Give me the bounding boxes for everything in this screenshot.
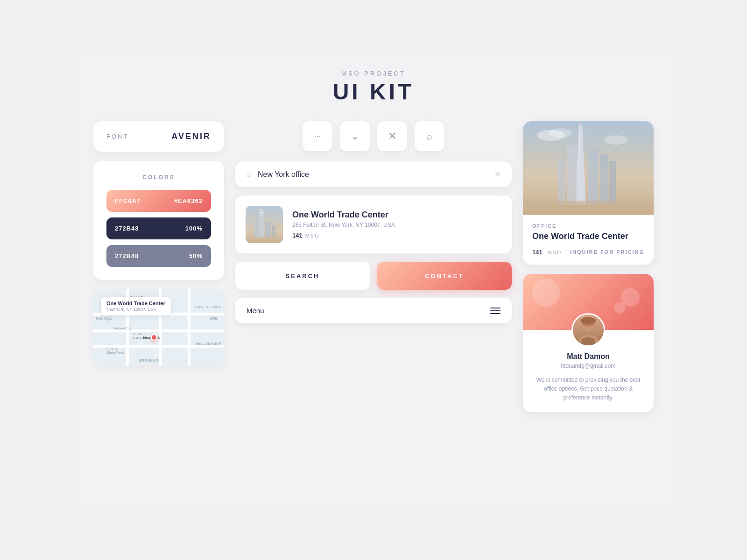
svg-rect-4: [254, 220, 259, 237]
svg-rect-23: [588, 149, 599, 205]
chevron-down-icon: ⌄: [351, 130, 359, 142]
right-column: OFFICE One World Trade Center 141 MSO IN…: [523, 121, 654, 412]
swatch-mid-left: 272B48: [115, 252, 139, 259]
font-card-value: AVENIR: [171, 132, 211, 141]
search-bar-icon: ⌕: [247, 170, 251, 179]
svg-rect-19: [580, 121, 581, 124]
office-card: OFFICE One World Trade Center 141 MSO IN…: [523, 121, 654, 265]
dots-icon: ···: [314, 132, 321, 141]
svg-point-16: [605, 135, 628, 145]
search-button[interactable]: ⌕: [415, 121, 444, 151]
color-swatch-dark: 272B48 100%: [106, 217, 211, 239]
swatch-dark-left: 272B48: [115, 225, 139, 232]
profile-email: htquandg@gmail.com: [532, 363, 644, 369]
svg-rect-11: [261, 215, 262, 217]
svg-rect-26: [609, 161, 616, 205]
office-card-image: [523, 121, 654, 215]
office-footer: 141 MSO INQUIRE FOR PRICING: [532, 248, 644, 256]
profile-card: Matt Damon htquandg@gmail.com We is comm…: [523, 274, 654, 412]
svg-rect-7: [260, 212, 261, 214]
svg-rect-9: [262, 212, 263, 214]
svg-point-31: [581, 317, 596, 324]
result-card: One World Trade Center 285 Fulton St, Ne…: [235, 196, 512, 253]
svg-rect-5: [265, 222, 271, 237]
hamburger-line-1: [490, 308, 500, 308]
swatch-coral-right: #EA6362: [174, 197, 203, 204]
svg-rect-6: [272, 225, 275, 237]
map-place-name: One World Trade Center: [106, 301, 165, 306]
swatch-dark-right: 100%: [185, 225, 203, 232]
svg-rect-10: [260, 215, 261, 217]
svg-point-15: [549, 128, 572, 138]
hamburger-line-2: [490, 310, 500, 311]
search-input[interactable]: New York office: [258, 170, 494, 179]
contact-action-button[interactable]: CONTACT: [377, 262, 512, 290]
profile-orb-3: [614, 302, 626, 314]
svg-rect-8: [261, 212, 262, 214]
office-count-label: MSO: [547, 250, 562, 255]
svg-rect-21: [583, 126, 584, 163]
menu-label: Menu: [247, 307, 264, 315]
left-column: FONT AVENIR COLORS FFC0A7 #EA6362 272B48…: [93, 121, 224, 366]
header-title: UI KIT: [93, 79, 654, 105]
font-card: FONT AVENIR: [93, 121, 224, 152]
search-clear-icon[interactable]: ✕: [494, 170, 500, 179]
center-column: ··· ⌄ ✕ ⌕ ⌕ New York office ✕: [235, 121, 512, 323]
font-card-label: FONT: [106, 133, 128, 140]
color-swatch-mid: 272B48 50%: [106, 245, 211, 267]
profile-avatar-container: [571, 313, 605, 347]
icon-buttons-row: ··· ⌄ ✕ ⌕: [235, 121, 512, 151]
svg-rect-27: [523, 201, 654, 215]
profile-name: Matt Damon: [532, 352, 644, 361]
svg-rect-25: [558, 159, 565, 205]
main-grid: FONT AVENIR COLORS FFC0A7 #EA6362 272B48…: [93, 121, 654, 412]
office-count: 141: [532, 249, 543, 256]
header-subtitle: MSO PROJECT: [93, 70, 654, 77]
svg-rect-22: [567, 145, 577, 205]
search-icon: ⌕: [427, 131, 432, 142]
swatch-mid-right: 50%: [189, 252, 203, 259]
result-thumbnail: [246, 206, 283, 243]
office-card-body: OFFICE One World Trade Center 141 MSO IN…: [523, 215, 654, 265]
result-tag: MSO: [305, 233, 320, 238]
colors-card: COLORS FFC0A7 #EA6362 272B48 100% 272B48…: [93, 161, 224, 280]
swatch-coral-left: FFC0A7: [115, 197, 141, 204]
profile-header-background: [523, 274, 654, 330]
close-button[interactable]: ✕: [377, 121, 407, 151]
search-action-button[interactable]: SEARCH: [235, 262, 370, 290]
search-bar: ⌕ New York office ✕: [235, 161, 512, 187]
office-pricing: INQUIRE FOR PRICING: [570, 249, 644, 255]
office-type: OFFICE: [532, 223, 644, 229]
page-header: MSO PROJECT UI KIT: [93, 70, 654, 105]
svg-rect-20: [579, 126, 580, 163]
map-place-addr: New York, NY 10007, USA: [106, 307, 165, 312]
profile-orb-1: [532, 279, 560, 307]
action-buttons: SEARCH CONTACT: [235, 262, 512, 290]
close-icon: ✕: [388, 130, 396, 142]
map-overlay: One World Trade Center New York, NY 1000…: [101, 297, 171, 315]
hamburger-menu-icon[interactable]: [490, 308, 500, 314]
result-meta: 141 MSO: [292, 232, 501, 239]
result-name: One World Trade Center: [292, 210, 501, 220]
office-count-group: 141 MSO: [532, 248, 562, 256]
dots-button[interactable]: ···: [303, 121, 332, 151]
svg-rect-24: [600, 154, 608, 205]
svg-rect-3: [261, 206, 262, 210]
avatar: [571, 313, 605, 347]
result-count: 141: [292, 232, 303, 239]
hamburger-line-3: [490, 313, 500, 314]
result-info: One World Trade Center 285 Fulton St, Ne…: [292, 210, 501, 239]
chevron-down-button[interactable]: ⌄: [340, 121, 370, 151]
office-name: One World Trade Center: [532, 231, 644, 241]
profile-description: We is committed to providing you the bes…: [532, 376, 644, 403]
colors-card-title: COLORS: [106, 174, 211, 181]
map-card: One World Trade Center New York, NY 1000…: [93, 289, 224, 366]
color-swatch-coral: FFC0A7 #EA6362: [106, 190, 211, 212]
svg-rect-12: [262, 215, 263, 217]
result-address: 285 Fulton St, New York, NY 10007, USA: [292, 222, 501, 228]
menu-bar: Menu: [235, 298, 512, 323]
